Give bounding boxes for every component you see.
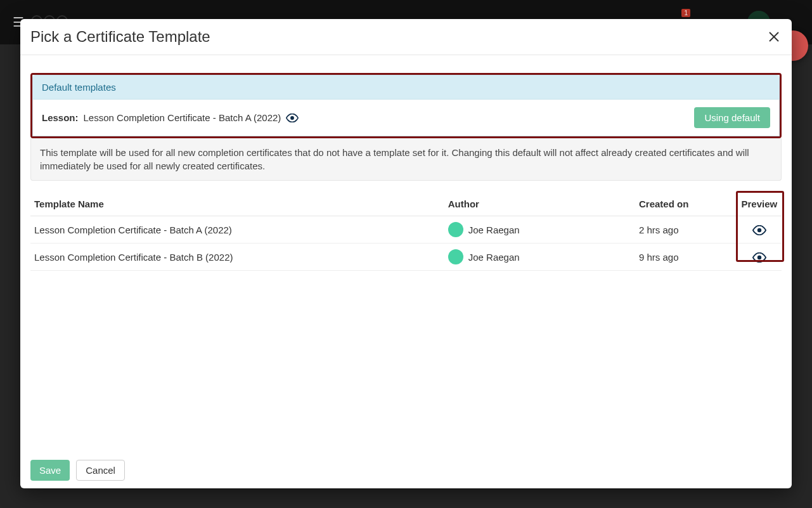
author-avatar — [448, 222, 463, 237]
using-default-button[interactable]: Using default — [694, 107, 770, 128]
author-avatar — [448, 249, 463, 264]
default-templates-card: Default templates Lesson: Lesson Complet… — [30, 73, 782, 138]
info-text: This template will be used for all new c… — [30, 138, 782, 181]
modal-title: Pick a Certificate Template — [30, 28, 210, 46]
lesson-label: Lesson: — [42, 112, 79, 123]
modal-body: Default templates Lesson: Lesson Complet… — [20, 55, 792, 452]
author-name: Joe Raegan — [468, 225, 520, 235]
eye-icon[interactable] — [286, 114, 299, 122]
svg-point-7 — [757, 256, 761, 259]
notification-badge: 1 — [681, 9, 690, 17]
modal-header: Pick a Certificate Template — [20, 19, 792, 55]
svg-point-6 — [757, 228, 761, 232]
default-templates-header: Default templates — [33, 75, 779, 100]
default-lesson-row: Lesson: Lesson Completion Certificate - … — [33, 100, 779, 136]
cell-created: 9 hrs ago — [635, 244, 737, 271]
table-row[interactable]: Lesson Completion Certificate - Batch A … — [30, 216, 782, 244]
column-preview: Preview — [737, 192, 782, 216]
column-created-on: Created on — [635, 192, 737, 216]
cell-preview — [737, 216, 782, 244]
cell-author: Joe Raegan — [444, 216, 635, 244]
lesson-value: Lesson Completion Certificate - Batch A … — [84, 112, 281, 123]
save-button[interactable]: Save — [30, 460, 70, 481]
column-template-name: Template Name — [30, 192, 444, 216]
eye-icon[interactable] — [752, 225, 766, 235]
column-author: Author — [444, 192, 635, 216]
close-icon[interactable] — [766, 29, 782, 44]
eye-icon[interactable] — [752, 252, 766, 263]
cell-author: Joe Raegan — [444, 244, 635, 271]
certificate-template-modal: Pick a Certificate Template Default temp… — [20, 19, 792, 488]
author-name: Joe Raegan — [468, 252, 520, 263]
templates-table: Template Name Author Created on Preview … — [30, 192, 782, 271]
modal-footer: Save Cancel — [20, 452, 792, 488]
cancel-button[interactable]: Cancel — [76, 460, 125, 481]
cell-template-name: Lesson Completion Certificate - Batch B … — [30, 244, 444, 271]
cell-preview — [737, 244, 782, 271]
cell-template-name: Lesson Completion Certificate - Batch A … — [30, 216, 444, 244]
svg-point-5 — [290, 116, 294, 120]
table-row[interactable]: Lesson Completion Certificate - Batch B … — [30, 244, 782, 271]
cell-created: 2 hrs ago — [635, 216, 737, 244]
